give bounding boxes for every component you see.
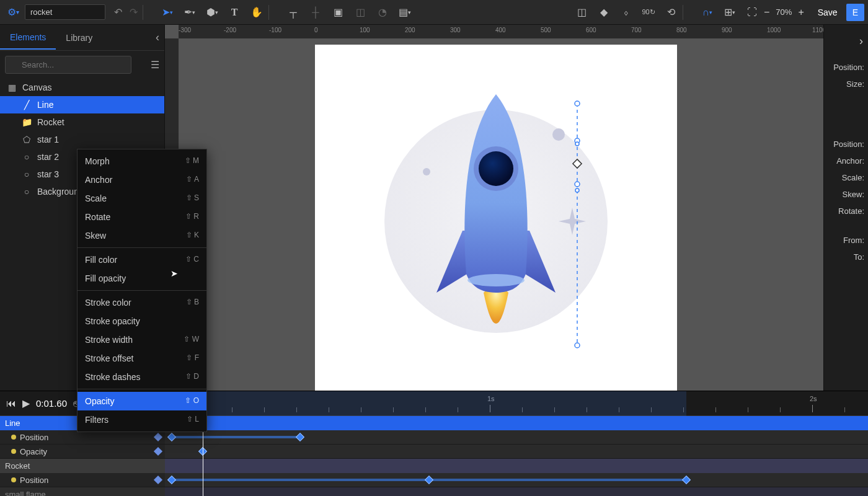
topbar: ⚙▾ ↶ ↷ ➤▾ ✒▾ ⬢▾ T ✋ ┬ ┼ ▣ ◫ ◔ ▤▾ ◫ ◆ ⬨ 9… [0, 0, 868, 25]
timeline-group-smallflame[interactable]: small flame [0, 487, 868, 496]
svg-point-3 [479, 151, 513, 186]
save-button[interactable]: Save [818, 7, 838, 17]
shape-tool[interactable]: ⬢▾ [205, 6, 219, 19]
pen-tool[interactable]: ✒▾ [183, 6, 197, 19]
refresh-icon[interactable]: ⟲ [664, 6, 678, 19]
folder-icon: 📁 [21, 117, 32, 127]
undo-icon[interactable]: ↶ [114, 6, 122, 18]
mask-icon[interactable]: ◫ [353, 6, 367, 19]
circle-icon: ○ [21, 152, 32, 162]
zoom-control: − 70% + [761, 7, 807, 18]
tree-node-line[interactable]: ╱ Line [0, 96, 164, 113]
timeline-group-rocket[interactable]: Rocket [0, 459, 868, 473]
svg-point-10 [575, 182, 580, 187]
list-settings-icon[interactable]: ☰ [151, 59, 159, 71]
ctx-item-stroke-dashes[interactable]: Stroke dashes⇧ D [78, 368, 206, 386]
project-name-input[interactable] [25, 4, 105, 20]
search-input[interactable] [5, 56, 131, 74]
svg-point-4 [423, 168, 430, 175]
ctx-item-stroke-opacity[interactable]: Stroke opacity [78, 312, 206, 330]
ctx-item-morph[interactable]: Morph⇧ M [78, 152, 206, 170]
keyframe-dot-icon [11, 449, 16, 454]
keyframe-dot-icon [11, 477, 16, 482]
keyframe[interactable] [425, 476, 433, 484]
tree-node-rocket[interactable]: 📁 Rocket [0, 113, 164, 131]
skip-start-icon[interactable]: ⏮ [6, 398, 16, 409]
fit-icon[interactable]: ⛶ [745, 6, 759, 19]
ctx-item-stroke-width[interactable]: Stroke width⇧ W [78, 330, 206, 349]
hand-tool[interactable]: ✋ [250, 6, 264, 19]
time-display[interactable]: 0:01.60 [36, 398, 67, 409]
ctx-item-stroke-offset[interactable]: Stroke offset⇧ F [78, 349, 206, 368]
flip-v-icon[interactable]: ⬨ [619, 6, 633, 19]
zoom-in-button[interactable]: + [795, 7, 806, 18]
polygon-icon: ⬠ [21, 135, 32, 144]
svg-point-12 [575, 343, 580, 348]
zoom-value[interactable]: 70% [776, 7, 792, 17]
svg-point-5 [552, 128, 565, 141]
keyframe-dot-icon [11, 435, 16, 440]
panel-nav-right-icon[interactable]: › [828, 31, 864, 59]
svg-point-9 [575, 142, 579, 146]
ctx-item-opacity[interactable]: Opacity⇧ O [78, 392, 206, 410]
rocket-illustration [315, 45, 677, 391]
ctx-item-filters[interactable]: Filters⇧ L [78, 410, 206, 429]
crop-icon[interactable]: ▣ [331, 6, 345, 19]
keyframe[interactable] [296, 433, 304, 441]
tree-node-canvas[interactable]: ▦ Canvas [0, 79, 164, 96]
canvas-icon: ▦ [6, 82, 17, 92]
play-icon[interactable]: ▶ [22, 397, 30, 409]
svg-point-11 [575, 188, 579, 192]
text-tool[interactable]: T [228, 6, 241, 19]
bounds-icon[interactable]: ◫ [575, 6, 588, 19]
rotate-90-icon[interactable]: 90↻ [642, 6, 655, 19]
animate-context-menu: Morph⇧ MAnchor⇧ AScale⇧ SRotate⇧ RSkew⇧ … [77, 149, 207, 432]
keyframe[interactable] [682, 476, 691, 484]
loop-region[interactable] [165, 391, 686, 416]
inspector-panel: › Position: Size: Position: Anchor: Scal… [823, 25, 868, 391]
grid-icon[interactable]: ⊞▾ [723, 6, 737, 19]
ctx-item-fill-color[interactable]: Fill color⇧ C [78, 250, 206, 269]
redo-icon[interactable]: ↷ [130, 6, 138, 18]
collapse-panel-icon[interactable]: ‹ [156, 31, 159, 44]
timeline-prop-position[interactable]: Position [0, 430, 868, 445]
flip-h-icon[interactable]: ◆ [597, 6, 611, 19]
select-tool[interactable]: ➤▾ [161, 6, 174, 19]
keyframe[interactable] [167, 433, 176, 441]
ctx-item-anchor[interactable]: Anchor⇧ A [78, 170, 206, 189]
snap-icon[interactable]: ∩▾ [701, 6, 714, 19]
tab-library[interactable]: Library [56, 27, 102, 49]
tab-elements[interactable]: Elements [0, 26, 56, 50]
keyframe[interactable] [167, 476, 176, 484]
ctx-item-rotate[interactable]: Rotate⇧ R [78, 208, 206, 226]
ctx-item-stroke-color[interactable]: Stroke color⇧ B [78, 293, 206, 312]
ruler-horizontal: -300-200-1000100200300400500600700800900… [179, 25, 823, 38]
align-middle-icon[interactable]: ┼ [309, 6, 322, 19]
circle-icon: ○ [21, 187, 32, 197]
ctx-item-fill-opacity[interactable]: Fill opacity [78, 269, 206, 288]
artboard[interactable] [315, 45, 677, 391]
svg-point-1 [467, 274, 525, 286]
settings-icon[interactable]: ⚙▾ [4, 6, 22, 18]
ctx-item-scale[interactable]: Scale⇧ S [78, 189, 206, 208]
stack-icon[interactable]: ▤▾ [398, 6, 412, 19]
tree-node-star1[interactable]: ⬠ star 1 [0, 131, 164, 148]
pathfinder-icon[interactable]: ◔ [376, 6, 389, 19]
line-icon: ╱ [21, 100, 32, 110]
svg-point-7 [575, 101, 580, 106]
timeline-prop-opacity[interactable]: Opacity [0, 445, 868, 459]
circle-icon: ○ [21, 169, 32, 179]
zoom-out-button[interactable]: − [761, 7, 772, 18]
export-button[interactable]: E [846, 4, 864, 21]
timeline-prop-position-rocket[interactable]: Position [0, 473, 868, 487]
align-top-icon[interactable]: ┬ [286, 6, 300, 19]
ctx-item-skew[interactable]: Skew⇧ K [78, 226, 206, 245]
canvas-area[interactable]: -300-200-1000100200300400500600700800900… [165, 25, 823, 391]
